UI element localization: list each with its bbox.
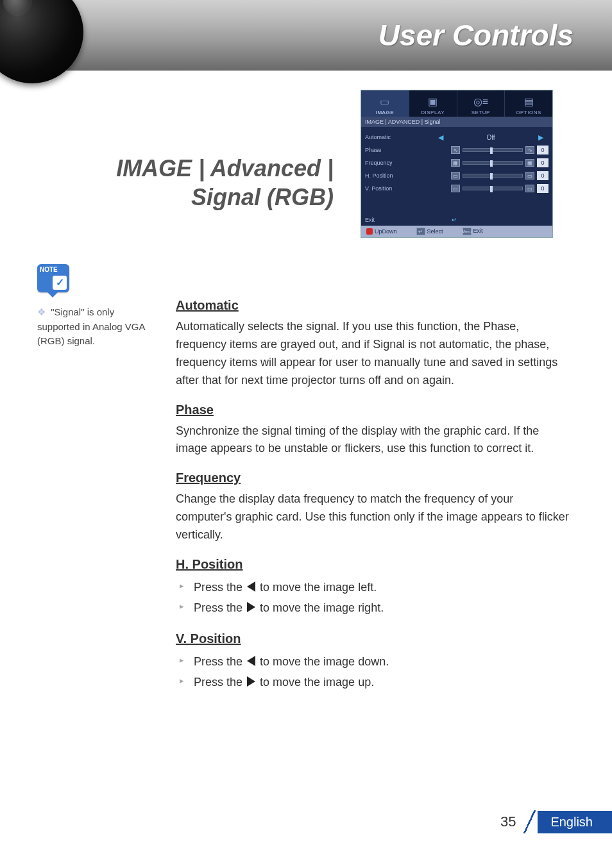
bullet-list: Press the to move the image down. Press …: [176, 651, 571, 693]
slider: [463, 148, 523, 152]
enter-icon: ↵: [452, 217, 457, 223]
language-tab: English: [538, 811, 612, 833]
hposition-icon: ▭: [525, 172, 534, 179]
section-heading-vposition: V. Position: [160, 631, 571, 646]
section-heading-frequency: Frequency: [160, 471, 571, 485]
osd-value: 0: [537, 146, 548, 154]
osd-value: 0: [537, 158, 548, 167]
page-number: 35: [500, 814, 516, 830]
frequency-icon: ▦: [451, 159, 460, 167]
osd-value: 0: [537, 184, 548, 193]
osd-exit-label: Exit: [365, 217, 375, 223]
page-header: User Controls: [0, 0, 612, 71]
section-body: Automatically selects the signal. If you…: [176, 318, 571, 390]
bullet-list: Press the to move the image left. Press …: [176, 577, 571, 619]
red-key-icon: [366, 228, 373, 235]
setup-icon: ◎≡: [457, 93, 505, 110]
list-item: Press the to move the image up.: [176, 672, 571, 692]
menu-key-icon: Menu: [463, 228, 472, 235]
lens-reflection: [3, 0, 32, 16]
osd-tab-display: ▣ DISPLAY: [409, 90, 457, 117]
page-title: IMAGE | Advanced | Signal (RGB): [58, 154, 334, 212]
lens-decoration: [0, 0, 83, 83]
osd-tab-setup: ◎≡ SETUP: [457, 90, 506, 117]
osd-footer: UpDown ↵Select MenuExit: [361, 226, 552, 237]
triangle-right-icon: [247, 676, 255, 687]
image-icon: ▭: [361, 93, 409, 110]
list-item: Press the to move the image down.: [176, 651, 571, 672]
phase-icon: ∿: [451, 146, 460, 154]
section-body: Synchronize the signal timing of the dis…: [176, 422, 571, 458]
section-body: Change the display data frequency to mat…: [176, 490, 571, 544]
osd-row-hposition: H. Position ▭ ▭ 0: [365, 169, 548, 182]
osd-tabs: ▭ IMAGE ▣ DISPLAY ◎≡ SETUP ▤ OPTIONS: [361, 90, 552, 117]
note-body: "Signal" is only supported in Analog VGA…: [37, 306, 145, 346]
list-item: Press the to move the image right.: [176, 597, 571, 618]
osd-row-vposition: V. Position ▭ ▭ 0: [365, 182, 548, 195]
osd-row-automatic: Automatic ◀ Off ▶: [365, 131, 548, 144]
osd-value: 0: [537, 171, 548, 180]
hposition-icon: ▭: [451, 172, 460, 179]
slider: [463, 174, 523, 178]
vposition-icon: ▭: [451, 185, 460, 192]
triangle-left-icon: [247, 656, 255, 666]
main-content: Automatic Automatically selects the sign…: [160, 298, 571, 706]
header-title: User Controls: [378, 18, 574, 53]
section-heading-automatic: Automatic: [160, 298, 571, 313]
osd-tab-options: ▤ OPTIONS: [505, 90, 552, 117]
osd-body: Automatic ◀ Off ▶ Phase ∿ ∿ 0 Frequency …: [361, 127, 552, 214]
note-column: NOTE ✓ ❖ "Signal" is only supported in A…: [37, 264, 146, 349]
note-text: ❖ "Signal" is only supported in Analog V…: [37, 305, 146, 349]
section-heading-phase: Phase: [160, 403, 571, 417]
osd-row-phase: Phase ∿ ∿ 0: [365, 144, 548, 156]
display-icon: ▣: [409, 93, 457, 110]
frequency-icon: ▦: [525, 159, 534, 167]
osd-screenshot: ▭ IMAGE ▣ DISPLAY ◎≡ SETUP ▤ OPTIONS IMA…: [361, 90, 553, 238]
osd-value: Off: [486, 134, 495, 141]
note-badge: NOTE ✓: [37, 264, 69, 292]
osd-row-frequency: Frequency ▦ ▦ 0: [365, 156, 548, 169]
check-icon: ✓: [53, 276, 67, 290]
slider: [463, 161, 523, 165]
note-badge-label: NOTE: [40, 266, 58, 273]
right-arrow-icon: ▶: [538, 133, 543, 142]
page-footer: 35 English: [500, 810, 612, 833]
triangle-left-icon: [247, 581, 255, 592]
options-icon: ▤: [505, 93, 552, 110]
phase-icon: ∿: [525, 146, 534, 154]
osd-breadcrumb: IMAGE | ADVANCED | Signal: [361, 117, 552, 127]
osd-exit-row: Exit ↵: [361, 214, 552, 226]
slash-decoration: [520, 810, 539, 833]
left-arrow-icon: ◀: [438, 133, 443, 142]
section-heading-hposition: H. Position: [160, 557, 571, 572]
vposition-icon: ▭: [525, 185, 534, 192]
diamond-bullet-icon: ❖: [37, 305, 46, 320]
enter-key-icon: ↵: [416, 228, 425, 235]
list-item: Press the to move the image left.: [176, 577, 571, 597]
osd-tab-image: ▭ IMAGE: [361, 90, 409, 117]
triangle-right-icon: [247, 602, 255, 612]
slider: [463, 187, 523, 190]
